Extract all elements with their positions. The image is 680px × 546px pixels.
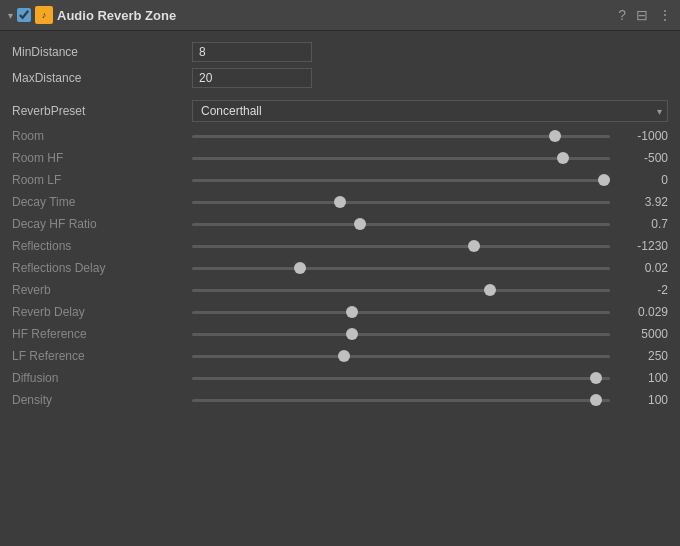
- slider-input-1[interactable]: [192, 157, 610, 160]
- reverb-preset-label: ReverbPreset: [12, 104, 192, 118]
- settings-sliders-icon[interactable]: ⊟: [636, 7, 648, 23]
- slider-label-0: Room: [12, 129, 192, 143]
- slider-value-10: 250: [618, 349, 668, 363]
- slider-container-7: -2: [192, 283, 668, 297]
- slider-label-3: Decay Time: [12, 195, 192, 209]
- slider-value-8: 0.029: [618, 305, 668, 319]
- slider-label-11: Diffusion: [12, 371, 192, 385]
- slider-row-decay-hf-ratio: Decay HF Ratio0.7: [12, 213, 668, 235]
- slider-input-6[interactable]: [192, 267, 610, 270]
- slider-label-7: Reverb: [12, 283, 192, 297]
- slider-input-8[interactable]: [192, 311, 610, 314]
- slider-container-1: -500: [192, 151, 668, 165]
- slider-row-lf-reference: LF Reference250: [12, 345, 668, 367]
- audio-reverb-zone-panel: ▾ ♪ Audio Reverb Zone ? ⊟ ⋮ MinDistance …: [0, 0, 680, 419]
- slider-row-room-hf: Room HF-500: [12, 147, 668, 169]
- max-distance-row: MaxDistance: [12, 65, 668, 91]
- min-distance-input[interactable]: [192, 42, 312, 62]
- max-distance-value-box: [192, 68, 668, 88]
- reverb-preset-row: ReverbPreset Concerthall User Off Generi…: [12, 97, 668, 125]
- slider-input-2[interactable]: [192, 179, 610, 182]
- slider-label-8: Reverb Delay: [12, 305, 192, 319]
- slider-input-3[interactable]: [192, 201, 610, 204]
- header-actions: ? ⊟ ⋮: [618, 7, 672, 23]
- max-distance-input[interactable]: [192, 68, 312, 88]
- slider-container-0: -1000: [192, 129, 668, 143]
- slider-value-4: 0.7: [618, 217, 668, 231]
- slider-input-0[interactable]: [192, 135, 610, 138]
- slider-container-5: -1230: [192, 239, 668, 253]
- slider-input-5[interactable]: [192, 245, 610, 248]
- slider-row-room-lf: Room LF0: [12, 169, 668, 191]
- slider-row-reflections-delay: Reflections Delay0.02: [12, 257, 668, 279]
- max-distance-label: MaxDistance: [12, 71, 192, 85]
- slider-container-10: 250: [192, 349, 668, 363]
- slider-value-12: 100: [618, 393, 668, 407]
- slider-container-8: 0.029: [192, 305, 668, 319]
- slider-row-room: Room-1000: [12, 125, 668, 147]
- slider-row-decay-time: Decay Time3.92: [12, 191, 668, 213]
- component-type-icon: ♪: [35, 6, 53, 24]
- slider-input-9[interactable]: [192, 333, 610, 336]
- sliders-container: Room-1000Room HF-500Room LF0Decay Time3.…: [12, 125, 668, 411]
- slider-input-7[interactable]: [192, 289, 610, 292]
- min-distance-label: MinDistance: [12, 45, 192, 59]
- slider-row-reverb-delay: Reverb Delay0.029: [12, 301, 668, 323]
- slider-container-3: 3.92: [192, 195, 668, 209]
- slider-row-hf-reference: HF Reference5000: [12, 323, 668, 345]
- slider-container-9: 5000: [192, 327, 668, 341]
- slider-row-reflections: Reflections-1230: [12, 235, 668, 257]
- slider-container-11: 100: [192, 371, 668, 385]
- reverb-preset-dropdown-container: Concerthall User Off Generic Paddedcell …: [192, 100, 668, 122]
- slider-label-2: Room LF: [12, 173, 192, 187]
- slider-label-12: Density: [12, 393, 192, 407]
- slider-input-4[interactable]: [192, 223, 610, 226]
- reverb-preset-value-box: Concerthall User Off Generic Paddedcell …: [192, 100, 668, 122]
- slider-row-reverb: Reverb-2: [12, 279, 668, 301]
- component-content: MinDistance MaxDistance ReverbPreset Con…: [0, 31, 680, 419]
- slider-label-1: Room HF: [12, 151, 192, 165]
- component-title: Audio Reverb Zone: [57, 8, 176, 23]
- slider-container-6: 0.02: [192, 261, 668, 275]
- header-left: ▾ ♪ Audio Reverb Zone: [8, 6, 612, 24]
- slider-label-9: HF Reference: [12, 327, 192, 341]
- min-distance-value-box: [192, 42, 668, 62]
- slider-value-5: -1230: [618, 239, 668, 253]
- slider-value-9: 5000: [618, 327, 668, 341]
- slider-input-12[interactable]: [192, 399, 610, 402]
- slider-input-11[interactable]: [192, 377, 610, 380]
- component-icon-symbol: ♪: [42, 10, 47, 20]
- collapse-chevron-icon[interactable]: ▾: [8, 10, 13, 21]
- component-enable-toggle[interactable]: [17, 8, 31, 22]
- slider-input-10[interactable]: [192, 355, 610, 358]
- slider-value-0: -1000: [618, 129, 668, 143]
- slider-container-4: 0.7: [192, 217, 668, 231]
- slider-container-2: 0: [192, 173, 668, 187]
- slider-label-10: LF Reference: [12, 349, 192, 363]
- reverb-preset-select[interactable]: Concerthall User Off Generic Paddedcell …: [192, 100, 668, 122]
- slider-row-density: Density100: [12, 389, 668, 411]
- slider-label-6: Reflections Delay: [12, 261, 192, 275]
- slider-value-3: 3.92: [618, 195, 668, 209]
- min-distance-row: MinDistance: [12, 39, 668, 65]
- component-header: ▾ ♪ Audio Reverb Zone ? ⊟ ⋮: [0, 0, 680, 31]
- help-icon[interactable]: ?: [618, 7, 626, 23]
- slider-value-1: -500: [618, 151, 668, 165]
- slider-label-5: Reflections: [12, 239, 192, 253]
- slider-label-4: Decay HF Ratio: [12, 217, 192, 231]
- more-options-icon[interactable]: ⋮: [658, 7, 672, 23]
- slider-value-6: 0.02: [618, 261, 668, 275]
- slider-value-11: 100: [618, 371, 668, 385]
- slider-value-2: 0: [618, 173, 668, 187]
- slider-row-diffusion: Diffusion100: [12, 367, 668, 389]
- slider-value-7: -2: [618, 283, 668, 297]
- slider-container-12: 100: [192, 393, 668, 407]
